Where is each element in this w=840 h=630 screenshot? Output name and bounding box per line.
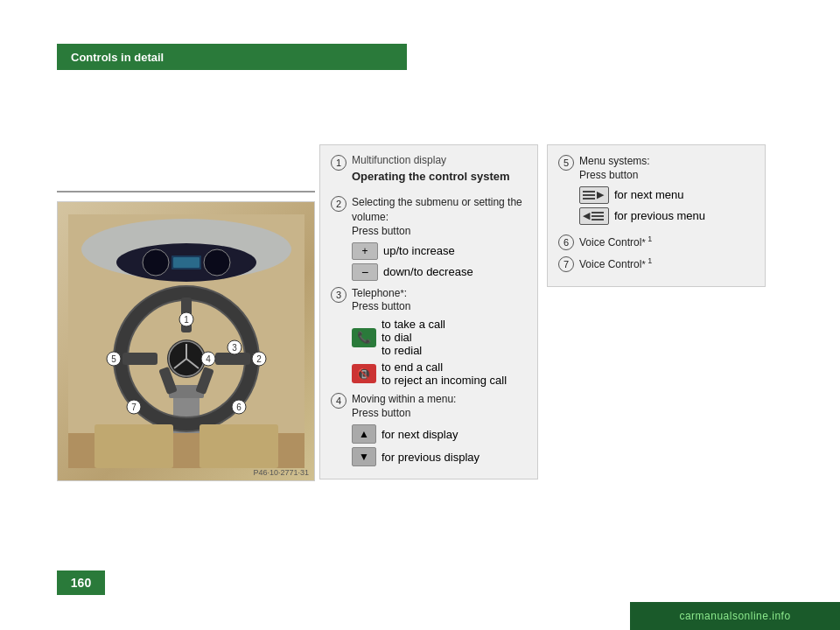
item-7-title: Voice Control* 1 xyxy=(579,256,754,272)
item-5-next-label: for next menu xyxy=(614,188,684,201)
item-6-row: 6 Voice Control* 1 xyxy=(558,234,754,250)
btn-up-icon: + xyxy=(352,242,378,260)
item-2-title: Selecting the submenu or setting the vol… xyxy=(352,195,527,225)
item-2-row: 2 Selecting the submenu or setting the v… xyxy=(331,195,527,237)
svg-text:7: 7 xyxy=(131,402,136,412)
svg-text:3: 3 xyxy=(232,343,237,353)
right-info-panel: 5 Menu systems: Press button ▶ for next … xyxy=(547,144,766,287)
left-info-panel: 1 Multifunction display Operating the co… xyxy=(319,144,538,480)
item-4-next-label: for next display xyxy=(382,428,458,441)
item-6-content: Voice Control* 1 xyxy=(579,234,754,250)
item-4-row: 4 Moving within a menu: Press button xyxy=(331,392,527,419)
header-bar: Controls in detail xyxy=(57,44,407,70)
item-3-phone-red-labels: to end a call to reject an incoming call xyxy=(382,360,507,387)
item-4-num: 4 xyxy=(331,393,346,409)
item-3-num: 3 xyxy=(331,287,346,303)
btn-phone-green-icon: 📞 xyxy=(352,328,376,347)
svg-rect-38 xyxy=(200,424,278,468)
item-3-content: Telephone*: Press button xyxy=(352,286,527,313)
svg-rect-11 xyxy=(122,353,158,365)
svg-point-4 xyxy=(204,249,230,276)
item-3-press: Press button xyxy=(352,300,527,312)
item-4-next-row: ▲ for next display xyxy=(331,424,527,444)
footer-text: carmanualsonline.info xyxy=(679,610,790,622)
item-2-btn-up-label: up/to increase xyxy=(383,244,455,257)
btn-triangle-up-icon: ▲ xyxy=(352,424,376,444)
item-5-prev-label: for previous menu xyxy=(614,209,705,222)
item-6-num: 6 xyxy=(558,234,574,250)
item-3-phone-green-row: 📞 to take a call to dial to redial xyxy=(331,318,527,357)
item-2-press: Press button xyxy=(352,225,527,237)
svg-text:1: 1 xyxy=(184,315,189,325)
item-1-num: 1 xyxy=(331,155,346,171)
item-5-prev-row: ◀ for previous menu xyxy=(558,207,754,225)
steering-wheel-svg: 1 2 3 4 5 6 7 xyxy=(68,214,304,468)
item-2-num: 2 xyxy=(331,196,346,212)
item-1-row: 1 Multifunction display Operating the co… xyxy=(331,154,527,190)
item-3-call1: to take a call xyxy=(382,318,445,331)
page-number: 160 xyxy=(57,570,105,595)
btn-down-icon: − xyxy=(352,263,378,281)
item-6-sup: 1 xyxy=(646,234,653,243)
item-7-row: 7 Voice Control* 1 xyxy=(558,256,754,272)
item-2-content: Selecting the submenu or setting the vol… xyxy=(352,195,527,237)
item-7-num: 7 xyxy=(558,256,574,272)
btn-phone-red-icon: 📵 xyxy=(352,364,376,383)
menu-prev-icon: ◀ xyxy=(579,207,609,225)
item-5-press: Press button xyxy=(579,169,754,181)
item-5-row: 5 Menu systems: Press button xyxy=(558,154,754,181)
menu-next-icon: ▶ xyxy=(579,186,609,204)
header-title: Controls in detail xyxy=(71,51,164,64)
item-1-title: Multifunction display xyxy=(352,154,527,166)
svg-text:5: 5 xyxy=(111,354,116,364)
svg-rect-6 xyxy=(173,257,200,268)
item-4-press: Press button xyxy=(352,407,527,419)
item-4-prev-row: ▼ for previous display xyxy=(331,447,527,466)
item-2-btn-down-row: − down/to decrease xyxy=(331,263,527,281)
item-4-content: Moving within a menu: Press button xyxy=(352,392,527,419)
item-2-btn-up-row: + up/to increase xyxy=(331,242,527,260)
item-7-sup: 1 xyxy=(646,256,653,265)
item-2-btn-down-label: down/to decrease xyxy=(383,265,473,278)
svg-text:6: 6 xyxy=(236,402,242,412)
svg-point-3 xyxy=(143,249,169,276)
section-divider xyxy=(57,191,315,192)
item-5-num: 5 xyxy=(558,155,574,171)
image-caption: P46·10·2771·31 xyxy=(253,468,309,477)
item-6-title: Voice Control* 1 xyxy=(579,234,754,250)
item-1-subtitle: Operating the control system xyxy=(352,170,527,183)
btn-triangle-down-icon: ▼ xyxy=(352,447,376,466)
footer-watermark: carmanualsonline.info xyxy=(630,602,840,630)
item-3-phone-green-labels: to take a call to dial to redial xyxy=(382,318,445,357)
item-3-call3: to redial xyxy=(382,344,445,357)
item-3-title: Telephone*: xyxy=(352,286,527,301)
item-3-end1: to end a call xyxy=(382,360,507,374)
item-5-next-row: ▶ for next menu xyxy=(558,186,754,204)
item-5-title: Menu systems: xyxy=(579,154,754,169)
item-3-end2: to reject an incoming call xyxy=(382,374,507,387)
item-7-content: Voice Control* 1 xyxy=(579,256,754,272)
item-3-call2: to dial xyxy=(382,331,445,344)
item-4-title: Moving within a menu: xyxy=(352,392,527,407)
item-3-row: 3 Telephone*: Press button xyxy=(331,286,527,313)
item-5-content: Menu systems: Press button xyxy=(579,154,754,181)
item-1-content: Multifunction display Operating the cont… xyxy=(352,154,527,190)
svg-rect-37 xyxy=(94,424,173,468)
svg-text:4: 4 xyxy=(206,354,211,364)
svg-text:2: 2 xyxy=(256,354,262,364)
item-4-prev-label: for previous display xyxy=(382,451,480,464)
steering-wheel-image: 1 2 3 4 5 6 7 P46·10·2771·31 xyxy=(57,201,315,481)
page-number-label: 160 xyxy=(71,576,91,590)
item-3-phone-red-row: 📵 to end a call to reject an incoming ca… xyxy=(331,360,527,387)
